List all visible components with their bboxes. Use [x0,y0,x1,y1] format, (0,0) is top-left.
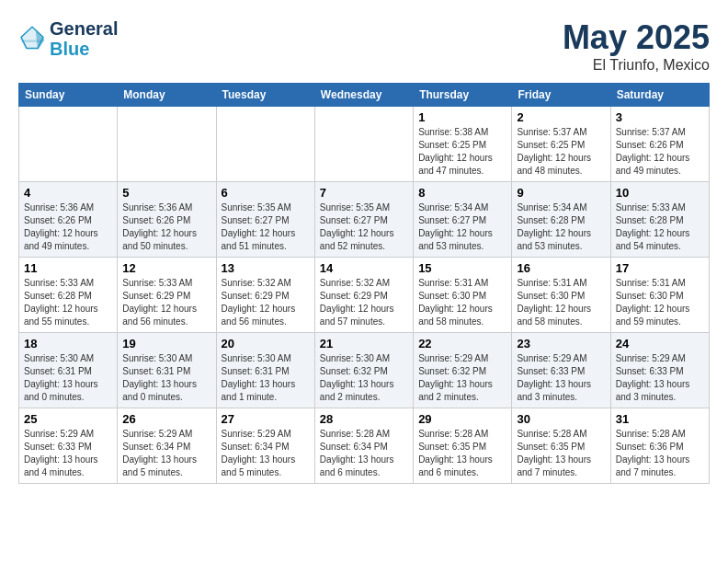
day-info: Sunrise: 5:31 AMSunset: 6:30 PMDaylight:… [616,277,704,328]
day-number: 21 [320,337,408,350]
calendar-cell: 27Sunrise: 5:29 AMSunset: 6:34 PMDayligh… [216,408,314,484]
calendar-cell: 22Sunrise: 5:29 AMSunset: 6:32 PMDayligh… [414,333,512,408]
calendar-week-4: 18Sunrise: 5:30 AMSunset: 6:31 PMDayligh… [19,333,710,408]
calendar-cell: 9Sunrise: 5:34 AMSunset: 6:28 PMDaylight… [512,182,610,258]
day-info: Sunrise: 5:35 AMSunset: 6:27 PMDaylight:… [222,201,310,253]
day-info: Sunrise: 5:28 AMSunset: 6:35 PMDaylight:… [418,428,506,479]
calendar-cell: 19Sunrise: 5:30 AMSunset: 6:31 PMDayligh… [118,333,216,408]
day-number: 15 [418,261,506,275]
day-info: Sunrise: 5:28 AMSunset: 6:34 PMDaylight:… [320,428,408,479]
day-number: 4 [24,186,112,200]
day-number: 30 [517,412,605,426]
calendar-cell: 18Sunrise: 5:30 AMSunset: 6:31 PMDayligh… [19,333,118,408]
calendar-cell: 29Sunrise: 5:28 AMSunset: 6:35 PMDayligh… [414,408,512,484]
day-number: 31 [616,412,704,426]
col-header-thursday: Thursday [414,84,512,107]
day-info: Sunrise: 5:29 AMSunset: 6:32 PMDaylight:… [418,352,506,404]
calendar-cell: 4Sunrise: 5:36 AMSunset: 6:26 PMDaylight… [19,182,118,258]
calendar-table: SundayMondayTuesdayWednesdayThursdayFrid… [18,83,710,484]
col-header-wednesday: Wednesday [314,84,413,107]
day-info: Sunrise: 5:34 AMSunset: 6:28 PMDaylight:… [517,201,605,253]
location: El Triunfo, Mexico [563,57,710,74]
calendar-week-5: 25Sunrise: 5:29 AMSunset: 6:33 PMDayligh… [19,408,710,484]
calendar-cell [118,107,216,182]
calendar-cell: 25Sunrise: 5:29 AMSunset: 6:33 PMDayligh… [19,408,118,484]
calendar-cell: 1Sunrise: 5:38 AMSunset: 6:25 PMDaylight… [414,107,512,182]
logo-icon [18,25,46,52]
page-header: General Blue May 2025 El Triunfo, Mexico [18,18,710,74]
calendar-cell: 14Sunrise: 5:32 AMSunset: 6:29 PMDayligh… [314,258,413,333]
calendar-cell: 23Sunrise: 5:29 AMSunset: 6:33 PMDayligh… [512,333,610,408]
day-number: 17 [616,261,704,275]
calendar-cell: 3Sunrise: 5:37 AMSunset: 6:26 PMDaylight… [610,107,709,182]
calendar-week-1: 1Sunrise: 5:38 AMSunset: 6:25 PMDaylight… [19,107,710,182]
day-number: 6 [222,186,310,200]
day-number: 13 [222,261,310,275]
calendar-cell: 12Sunrise: 5:33 AMSunset: 6:29 PMDayligh… [118,258,216,333]
day-number: 27 [222,412,310,426]
calendar-cell: 21Sunrise: 5:30 AMSunset: 6:32 PMDayligh… [314,333,413,408]
col-header-sunday: Sunday [19,84,118,107]
calendar-cell: 24Sunrise: 5:29 AMSunset: 6:33 PMDayligh… [610,333,709,408]
day-info: Sunrise: 5:31 AMSunset: 6:30 PMDaylight:… [418,277,506,328]
day-info: Sunrise: 5:37 AMSunset: 6:26 PMDaylight:… [616,126,704,178]
day-number: 24 [616,337,704,350]
day-info: Sunrise: 5:29 AMSunset: 6:34 PMDaylight:… [122,428,210,479]
day-info: Sunrise: 5:34 AMSunset: 6:27 PMDaylight:… [418,201,506,253]
day-number: 18 [24,337,112,350]
calendar-cell: 2Sunrise: 5:37 AMSunset: 6:25 PMDaylight… [512,107,610,182]
day-number: 12 [122,261,210,275]
day-info: Sunrise: 5:37 AMSunset: 6:25 PMDaylight:… [517,126,605,178]
calendar-cell: 20Sunrise: 5:30 AMSunset: 6:31 PMDayligh… [216,333,314,408]
calendar-week-2: 4Sunrise: 5:36 AMSunset: 6:26 PMDaylight… [19,182,710,258]
calendar-cell [19,107,118,182]
calendar-cell: 16Sunrise: 5:31 AMSunset: 6:30 PMDayligh… [512,258,610,333]
calendar-cell: 15Sunrise: 5:31 AMSunset: 6:30 PMDayligh… [414,258,512,333]
day-number: 20 [222,337,310,350]
calendar-cell: 10Sunrise: 5:33 AMSunset: 6:28 PMDayligh… [610,182,709,258]
calendar-cell: 17Sunrise: 5:31 AMSunset: 6:30 PMDayligh… [610,258,709,333]
calendar-cell [314,107,413,182]
day-number: 8 [418,186,506,200]
day-number: 26 [122,412,210,426]
day-number: 23 [517,337,605,350]
day-number: 5 [122,186,210,200]
day-info: Sunrise: 5:29 AMSunset: 6:33 PMDaylight:… [616,352,704,404]
col-header-saturday: Saturday [610,84,709,107]
day-info: Sunrise: 5:30 AMSunset: 6:31 PMDaylight:… [122,352,210,404]
calendar-cell: 30Sunrise: 5:28 AMSunset: 6:35 PMDayligh… [512,408,610,484]
day-number: 3 [616,110,704,124]
day-number: 10 [616,186,704,200]
logo: General Blue [18,18,118,59]
col-header-friday: Friday [512,84,610,107]
day-number: 29 [418,412,506,426]
day-info: Sunrise: 5:32 AMSunset: 6:29 PMDaylight:… [320,277,408,328]
calendar-cell: 28Sunrise: 5:28 AMSunset: 6:34 PMDayligh… [314,408,413,484]
calendar-title: May 2025 El Triunfo, Mexico [563,18,710,74]
day-number: 14 [320,261,408,275]
calendar-header: SundayMondayTuesdayWednesdayThursdayFrid… [19,84,710,107]
calendar-cell: 6Sunrise: 5:35 AMSunset: 6:27 PMDaylight… [216,182,314,258]
day-info: Sunrise: 5:38 AMSunset: 6:25 PMDaylight:… [418,126,506,178]
day-info: Sunrise: 5:30 AMSunset: 6:31 PMDaylight:… [222,352,310,404]
logo-text: General Blue [50,18,118,59]
col-header-monday: Monday [118,84,216,107]
calendar-cell [216,107,314,182]
day-number: 16 [517,261,605,275]
day-info: Sunrise: 5:30 AMSunset: 6:32 PMDaylight:… [320,352,408,404]
svg-rect-4 [22,40,43,42]
day-info: Sunrise: 5:33 AMSunset: 6:28 PMDaylight:… [24,277,112,328]
calendar-week-3: 11Sunrise: 5:33 AMSunset: 6:28 PMDayligh… [19,258,710,333]
day-number: 11 [24,261,112,275]
col-header-tuesday: Tuesday [216,84,314,107]
month-year: May 2025 [563,18,710,57]
day-info: Sunrise: 5:32 AMSunset: 6:29 PMDaylight:… [222,277,310,328]
day-info: Sunrise: 5:29 AMSunset: 6:34 PMDaylight:… [222,428,310,479]
day-number: 1 [418,110,506,124]
day-info: Sunrise: 5:36 AMSunset: 6:26 PMDaylight:… [24,201,112,253]
calendar-cell: 31Sunrise: 5:28 AMSunset: 6:36 PMDayligh… [610,408,709,484]
day-info: Sunrise: 5:31 AMSunset: 6:30 PMDaylight:… [517,277,605,328]
day-number: 19 [122,337,210,350]
day-info: Sunrise: 5:33 AMSunset: 6:28 PMDaylight:… [616,201,704,253]
day-info: Sunrise: 5:28 AMSunset: 6:35 PMDaylight:… [517,428,605,479]
